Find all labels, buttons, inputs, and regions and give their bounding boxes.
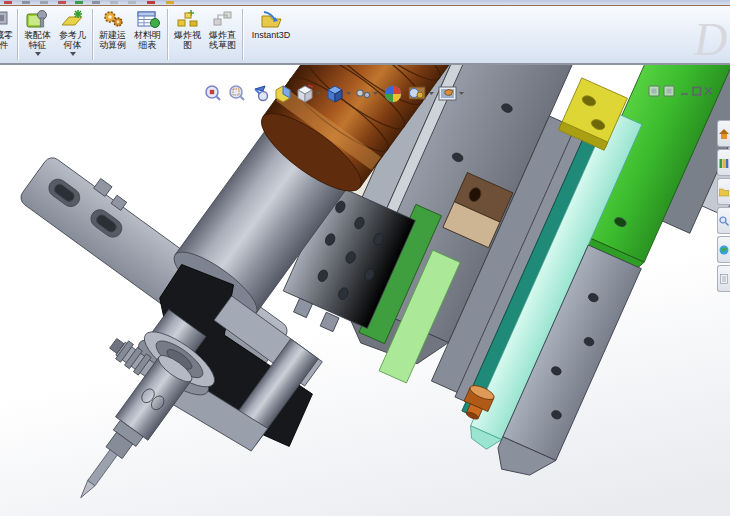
view-settings-icon[interactable] [439,87,456,100]
graphics-viewport[interactable] [0,65,730,516]
toolbar-button-explode-line-sketch[interactable]: 爆炸直线草图 [205,6,240,50]
tab-design-library[interactable] [717,149,730,176]
previous-view-icon[interactable] [255,86,268,101]
tiny-icon [110,1,118,4]
toolbar-button-instant3d[interactable]: Instant3D [245,6,297,40]
chevron-down-icon[interactable] [373,92,378,95]
hide-components-icon [0,9,13,29]
toolbar-button-label: 隐藏零部件 [0,30,15,50]
toolbar-button-label: 爆炸直线草图 [206,30,239,50]
heads-up-view-toolbar [203,83,465,105]
apply-scene-icon[interactable] [409,87,425,99]
tiny-icon [166,1,174,4]
task-pane-tabs [717,120,730,294]
toolbar-separator [17,9,18,60]
toolbar-separator [242,9,243,60]
toolbar-button-label: 爆炸视图 [171,30,204,50]
edit-appearance-icon[interactable] [385,86,401,102]
toolbar-button-label: Instant3D [246,30,296,40]
section-view-icon[interactable] [276,86,290,102]
dispensing-needle[interactable] [73,432,133,504]
tiny-icon [92,1,100,4]
zoom-to-area-icon[interactable] [230,86,244,100]
tiny-icon [75,1,83,4]
close-icon[interactable] [705,88,712,95]
zoom-to-fit-icon[interactable] [206,86,220,100]
motion-study-icon [100,9,126,29]
toolbar-separator [92,9,93,60]
books-icon [719,158,729,168]
toolbar-button-bill-of-materials[interactable]: 材料明细表 [130,6,165,50]
tab-file-explorer[interactable] [717,178,730,205]
hide-show-items-icon[interactable] [357,90,370,98]
globe-icon [719,245,729,255]
toolbar-button-label: 材料明细表 [131,30,164,50]
chevron-down-icon [35,52,41,56]
toolbar-button-hide-components-clipped[interactable]: 隐藏零部件 [0,6,15,50]
tiny-icon [128,1,136,4]
chevron-down-icon[interactable] [316,92,321,95]
toolbar-button-reference-geometry[interactable]: 参考几何体 [55,6,90,56]
explode-line-sketch-icon [210,9,236,29]
tiny-icon [58,1,66,4]
assembly-model[interactable] [0,65,730,516]
view-orientation-icon[interactable] [298,85,313,102]
instant3d-icon [258,9,284,29]
display-style-icon[interactable] [328,86,342,102]
toolbar-separator [167,9,168,60]
reference-geometry-icon [60,9,86,29]
chevron-down-icon[interactable] [346,92,351,95]
child-window-controls [648,84,714,99]
folder-icon [719,187,729,197]
chevron-down-icon [70,52,76,56]
toolbar-button-exploded-view[interactable]: 爆炸视图 [170,6,205,50]
tab-search[interactable] [717,207,730,234]
assembly-features-icon [25,9,51,29]
tab-appearances-scenes[interactable] [717,265,730,292]
toolbar-button-new-motion-study[interactable]: 新建运动算例 [95,6,130,50]
tiny-icon [147,1,155,4]
toolbar-button-label: 新建运动算例 [96,30,129,50]
exploded-view-icon [175,9,201,29]
toolbar-button-label: 参考几何体 [56,30,89,50]
command-manager-toolbar: 隐藏零部件 装配体特征 参考几何体 [0,6,730,65]
bill-of-materials-icon [135,9,161,29]
home-icon [719,129,729,139]
tiny-icon [40,1,48,4]
tiny-icon [22,1,30,4]
tab-solidworks-resources[interactable] [717,120,730,147]
chevron-down-icon[interactable] [459,92,464,95]
chevron-down-icon[interactable] [429,92,434,95]
solidworks-window: 隐藏零部件 装配体特征 参考几何体 [0,0,730,516]
tiny-icon [4,1,12,4]
document-icon [719,274,729,284]
tab-view-palette[interactable] [717,236,730,263]
search-icon [719,216,729,226]
restore-icon[interactable] [693,88,701,96]
toolbar-button-assembly-features[interactable]: 装配体特征 [20,6,55,56]
toolbar-button-label: 装配体特征 [21,30,54,50]
